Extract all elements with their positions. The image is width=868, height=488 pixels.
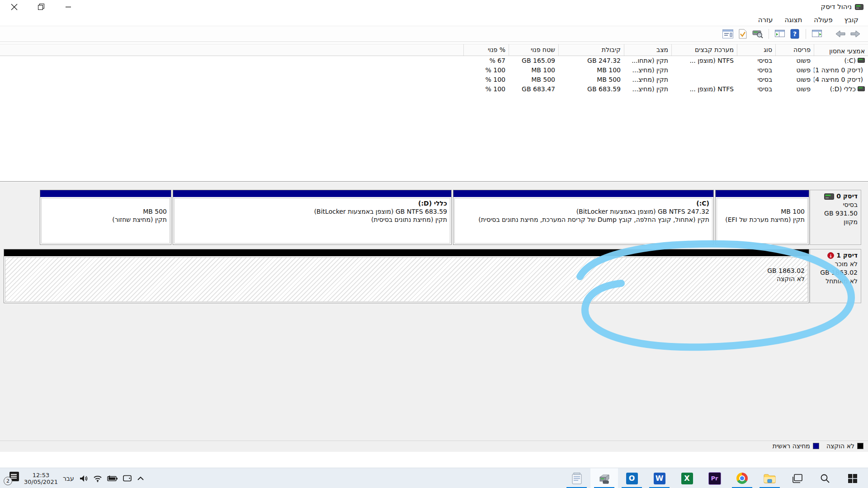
show-console-tree-button[interactable]	[811, 28, 822, 39]
taskbar-app-outlook[interactable]: O	[618, 468, 646, 488]
legend-unallocated: לא הוקצה	[826, 442, 863, 450]
graphical-view-pane: דיסק 0 בסיסי 931.50 GB מקוון 100 MB תקין…	[0, 182, 868, 452]
help-button[interactable]: ?	[789, 28, 800, 39]
outlook-icon: O	[626, 473, 638, 484]
primary-partition-bar	[173, 190, 451, 197]
unallocated-bar	[4, 249, 809, 256]
disk-unknown-icon: ↓	[827, 252, 834, 259]
column-header-layout[interactable]: פריסה	[775, 44, 814, 56]
show-action-pane-button[interactable]	[774, 28, 785, 39]
partition-recovery[interactable]: 500 MB תקין (מחיצת שחזור)	[40, 190, 171, 245]
wifi-icon	[93, 475, 102, 482]
restore-button[interactable]	[31, 0, 52, 14]
legend-swatch-primary	[813, 443, 819, 449]
window-controls	[0, 0, 86, 14]
taskbar-search-button[interactable]	[811, 468, 839, 488]
taskbar-app-disk-management[interactable]	[590, 468, 618, 488]
language-indicator[interactable]: עבר	[63, 475, 74, 482]
taskbar-app-word[interactable]: W	[646, 468, 673, 488]
clock-date: 30/05/2021	[24, 479, 58, 485]
column-header-volume[interactable]: אמצעי אחסון	[814, 44, 868, 56]
table-row-c[interactable]: (C:) פשוט בסיסי NTFS (מוצפן ... תקין (את…	[0, 56, 868, 65]
partition-efi[interactable]: 100 MB תקין (מחיצת מערכת של EFI)	[715, 190, 809, 245]
volume-button[interactable]	[79, 474, 88, 483]
properties-icon	[722, 29, 733, 38]
menu-action[interactable]: פעולה	[808, 14, 838, 26]
table-row-disk0-part1[interactable]: (דיסק 0 מחיצה 1) פשוט בסיסי תקין (מחיצ..…	[0, 65, 868, 75]
search-icon	[820, 474, 830, 483]
taskbar-app-notepad[interactable]	[563, 468, 590, 488]
partition-status: תקין (מחיצת נתונים בסיסית)	[177, 216, 447, 224]
windows-start-icon	[848, 474, 858, 483]
taskbar-start-button[interactable]	[839, 468, 866, 488]
forward-icon	[835, 30, 845, 38]
check-document-button[interactable]	[737, 28, 748, 39]
show-hidden-icons-button[interactable]	[137, 476, 144, 481]
disk0-name: דיסק 0	[836, 192, 858, 201]
volume-list-pane: אמצעי אחסון פריסה סוג מערכת קבצים מצב קי…	[0, 42, 868, 182]
disk1-status: לא מאותחל	[813, 277, 858, 286]
partition-status: תקין (מחיצת מערכת של EFI)	[720, 216, 805, 224]
disk1-label-panel[interactable]: דיסק 1 ↓ לא מוכר 1863.02 GB לא מאותחל	[810, 249, 861, 303]
partition-size: 683.59 GB NTFS (מוצפן באמצעות BitLocker)	[177, 207, 447, 216]
svg-text:↓: ↓	[829, 253, 832, 258]
refresh-disk-button[interactable]	[752, 28, 763, 39]
partition-c[interactable]: (C:) 247.32 GB NTFS (מוצפן באמצעות BitLo…	[453, 190, 714, 245]
notepad-icon	[572, 473, 582, 484]
word-icon: W	[654, 473, 665, 484]
column-header-free-space[interactable]: שטח פנוי	[509, 44, 558, 56]
toolbar: ?	[0, 26, 868, 42]
column-header-filesystem[interactable]: מערכת קבצים	[671, 44, 737, 56]
menu-help[interactable]: עזרה	[752, 14, 779, 26]
column-header-capacity[interactable]: קיבולת	[558, 44, 624, 56]
battery-button[interactable]	[107, 475, 118, 482]
minimize-icon	[65, 4, 71, 10]
file-explorer-icon	[764, 474, 776, 483]
excel-icon: X	[681, 473, 693, 484]
check-document-icon	[739, 29, 747, 39]
network-button[interactable]	[93, 475, 102, 482]
legend-primary-partition: מחיצה ראשית	[773, 442, 819, 450]
menu-view[interactable]: תצוגה	[779, 14, 808, 26]
unallocated-status: לא הוקצה	[8, 275, 805, 283]
table-row-d[interactable]: כללי (D:) פשוט בסיסי NTFS (מוצפן ... תקי…	[0, 84, 868, 94]
disk0-label-panel[interactable]: דיסק 0 בסיסי 931.50 GB מקוון	[810, 190, 861, 245]
taskbar: 2 12:53 30/05/2021 עבר	[0, 468, 868, 488]
console-tree-icon	[812, 30, 822, 38]
minimize-button[interactable]	[58, 0, 79, 14]
disk-icon	[824, 193, 834, 200]
tablet-mode-button[interactable]	[123, 475, 132, 482]
partition-name: כללי (D:)	[177, 199, 447, 207]
column-header-type[interactable]: סוג	[737, 44, 775, 56]
notification-center-button[interactable]: 2	[4, 472, 19, 485]
volume-icon	[858, 58, 865, 63]
taskbar-app-premiere[interactable]: Pr	[701, 468, 728, 488]
partition-d[interactable]: כללי (D:) 683.59 GB NTFS (מוצפן באמצעות …	[173, 190, 452, 245]
disk-management-app-icon	[855, 4, 863, 10]
menu-file[interactable]: קובץ	[839, 14, 865, 26]
column-header-status[interactable]: מצב	[624, 44, 671, 56]
disk0-status: מקוון	[813, 218, 858, 226]
help-icon: ?	[790, 29, 799, 39]
forward-button[interactable]	[835, 28, 846, 39]
chevron-up-icon	[137, 476, 144, 481]
partition-status: תקין (מחיצת שחזור)	[44, 216, 167, 224]
svg-text:?: ?	[793, 30, 797, 38]
column-header-free-pct[interactable]: % פנוי	[463, 44, 509, 56]
back-button[interactable]	[850, 28, 861, 39]
disk0-size: 931.50 GB	[813, 209, 858, 218]
taskbar-clock[interactable]: 12:53 30/05/2021	[24, 472, 58, 485]
chrome-icon	[736, 473, 748, 484]
disk1-partitions: 1863.02 GB לא הוקצה	[4, 249, 809, 303]
table-row-disk0-part4[interactable]: (דיסק 0 מחיצה 4) פשוט בסיסי תקין (מחיצ..…	[0, 75, 868, 84]
partition-status: תקין (אתחול, קובץ החלפה, קובץ Dump של קר…	[458, 216, 709, 224]
action-pane-icon	[775, 30, 785, 38]
properties-button[interactable]	[722, 28, 733, 39]
taskbar-app-file-explorer[interactable]	[756, 468, 783, 488]
close-button[interactable]	[4, 0, 24, 14]
taskbar-task-view-button[interactable]	[783, 468, 811, 488]
taskbar-app-chrome[interactable]	[728, 468, 756, 488]
back-icon	[850, 30, 860, 38]
taskbar-app-excel[interactable]: X	[673, 468, 701, 488]
unallocated-space-block[interactable]: 1863.02 GB לא הוקצה	[4, 249, 809, 303]
